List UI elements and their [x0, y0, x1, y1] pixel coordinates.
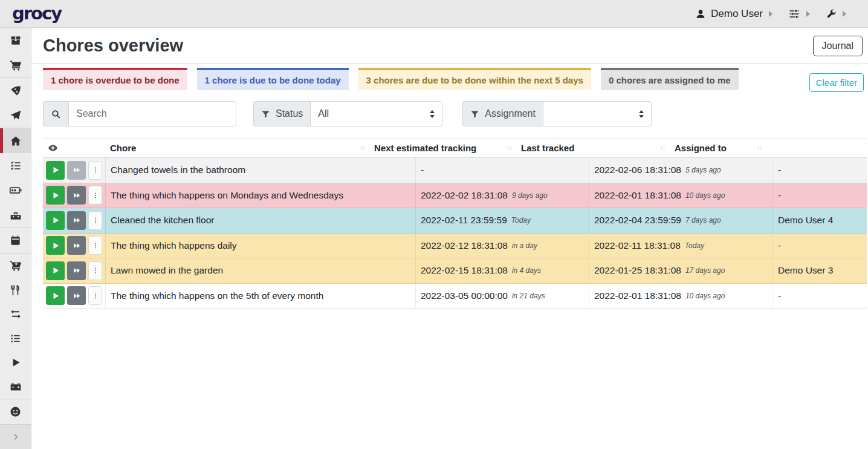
ellipsis-vertical-icon	[92, 191, 99, 200]
sidebar-item-consume[interactable]	[0, 278, 31, 302]
sidebar-collapse-button[interactable]	[0, 424, 31, 449]
skip-chore-button[interactable]	[67, 236, 86, 255]
assignment-filter-label: Assignment	[485, 108, 536, 119]
last-tracked-cell: 2022-02-11 18:31:08Today	[589, 234, 772, 258]
settings-menu[interactable]	[788, 8, 810, 20]
track-chore-button[interactable]	[46, 236, 65, 255]
assigned-to-cell: -	[772, 158, 867, 183]
sidebar-item-chores-overview[interactable]	[0, 128, 31, 153]
play-icon	[51, 166, 60, 174]
assigned-to-cell: -	[772, 284, 867, 309]
chore-name-cell: Cleaned the kitchen floor	[105, 208, 415, 233]
sidebar-item-stock-overview[interactable]	[0, 28, 31, 53]
top-bar-menus: Demo User	[679, 8, 846, 20]
status-filter-select[interactable]: All	[310, 101, 442, 126]
track-chore-button[interactable]	[46, 211, 65, 230]
chevron-right-icon	[843, 11, 846, 17]
fast-forward-icon	[73, 216, 81, 224]
row-menu-button[interactable]	[88, 186, 102, 205]
sidebar-item-transfer[interactable]	[0, 302, 31, 326]
list-icon	[10, 333, 21, 344]
column-header-assigned-to[interactable]: Assigned to ↑↓	[670, 139, 766, 157]
banner-overdue[interactable]: 1 chore is overdue to be done	[43, 68, 187, 90]
skip-chore-button[interactable]	[67, 211, 86, 230]
skip-chore-button[interactable]	[67, 186, 86, 205]
search-group	[43, 101, 236, 126]
row-menu-button[interactable]	[88, 236, 102, 255]
row-menu-button[interactable]	[88, 161, 102, 180]
column-header-chore[interactable]: Chore ↑↓	[105, 139, 369, 157]
page-title: Chores overview	[43, 36, 183, 56]
last-tracked-cell: 2022-02-04 23:59:597 days ago	[589, 208, 772, 233]
app-logo[interactable]: grocy	[12, 5, 61, 22]
next-tracking-cell: 2022-02-12 18:31:08in a day	[415, 234, 589, 258]
utensils-icon	[10, 284, 21, 296]
track-chore-button[interactable]	[46, 186, 65, 205]
banner-due-soon[interactable]: 3 chores are due to be done within the n…	[358, 68, 591, 90]
sidebar-item-shopping-list[interactable]	[0, 53, 31, 77]
sidebar-item-equipment[interactable]	[0, 203, 31, 228]
banner-due-today[interactable]: 1 chore is due to be done today	[197, 68, 349, 90]
row-actions	[43, 183, 105, 208]
top-bar: grocy Demo User	[0, 0, 868, 28]
fast-forward-icon	[73, 266, 81, 275]
table-row: The thing which happens daily 2022-02-12…	[43, 234, 867, 259]
skip-chore-button[interactable]	[67, 286, 86, 305]
search-prepend	[43, 101, 68, 126]
assigned-to-cell: Demo User 4	[772, 208, 867, 233]
column-header-next-tracking[interactable]: Next estimated tracking ↑↓	[369, 139, 516, 157]
column-header-last-tracked[interactable]: Last tracked ↑↓	[516, 139, 670, 157]
sidebar-item-chore-tracking[interactable]	[0, 350, 31, 375]
time-ago-label: in 21 days	[512, 292, 545, 300]
track-chore-button[interactable]	[46, 261, 65, 280]
sidebar	[0, 28, 31, 449]
sidebar-item-user-settings[interactable]	[0, 399, 31, 424]
last-tracked-cell: 2022-02-01 18:31:0810 days ago	[589, 284, 772, 309]
sidebar-item-tasks[interactable]	[0, 153, 31, 178]
skip-chore-button[interactable]	[67, 161, 86, 180]
sidebar-item-battery-tracking[interactable]	[0, 375, 31, 399]
select-arrows-icon	[430, 110, 435, 118]
last-tracked-cell: 2022-02-06 18:31:085 days ago	[589, 158, 772, 183]
chevron-right-icon	[806, 11, 810, 17]
wrench-icon	[826, 8, 837, 19]
status-filter-label: Status	[276, 108, 303, 119]
journal-button[interactable]: Journal	[813, 36, 863, 56]
sidebar-item-calendar[interactable]	[0, 228, 31, 253]
search-input[interactable]	[68, 101, 236, 126]
status-banner-row: 1 chore is overdue to be done 1 chore is…	[31, 64, 868, 97]
sidebar-item-purchase[interactable]	[0, 254, 31, 278]
sidebar-item-meal-plan[interactable]	[0, 103, 31, 128]
admin-menu[interactable]	[826, 8, 846, 19]
assigned-to-cell: -	[772, 183, 867, 208]
sidebar-item-recipes[interactable]	[0, 78, 31, 103]
column-visibility-header[interactable]	[43, 139, 105, 157]
next-tracking-cell: -	[415, 158, 589, 183]
play-icon	[51, 241, 60, 250]
assignment-filter-select[interactable]	[543, 101, 652, 126]
time-ago-label: 17 days ago	[685, 266, 725, 275]
sidebar-item-inventory[interactable]	[0, 326, 31, 350]
title-row: Chores overview Journal	[31, 28, 868, 63]
sidebar-item-batteries-overview[interactable]	[0, 178, 31, 203]
fast-forward-icon	[73, 292, 81, 300]
time-ago-label: 10 days ago	[685, 292, 725, 300]
time-ago-label: 9 days ago	[512, 191, 548, 200]
row-menu-button[interactable]	[88, 211, 102, 230]
track-chore-button[interactable]	[46, 161, 65, 180]
table-header-row: Chore ↑↓ Next estimated tracking ↑↓ Last…	[43, 138, 867, 158]
filter-row: Status All Assignment	[31, 97, 868, 134]
row-actions	[43, 158, 105, 183]
assignment-filter-prepend: Assignment	[462, 101, 543, 126]
row-menu-button[interactable]	[88, 261, 102, 280]
banner-assigned-to-me[interactable]: 0 chores are assigned to me	[601, 68, 739, 90]
row-menu-button[interactable]	[88, 286, 102, 305]
skip-chore-button[interactable]	[67, 261, 86, 280]
last-tracked-cell: 2022-02-01 18:31:0810 days ago	[589, 183, 772, 208]
eye-icon	[48, 143, 58, 153]
clear-filter-button[interactable]: Clear filter	[809, 73, 864, 92]
next-tracking-cell: 2022-02-02 18:31:089 days ago	[415, 183, 589, 208]
user-menu[interactable]: Demo User	[695, 8, 772, 20]
cart-icon	[10, 59, 22, 71]
track-chore-button[interactable]	[46, 286, 65, 305]
